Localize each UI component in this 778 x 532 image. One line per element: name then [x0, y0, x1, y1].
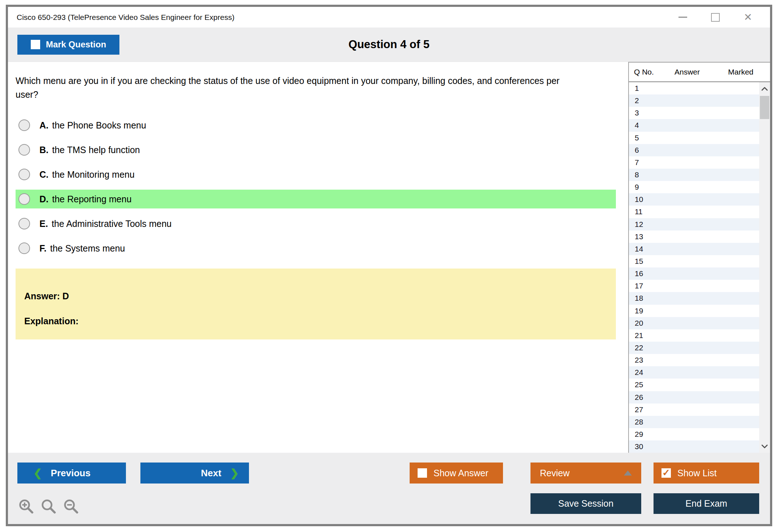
question-list-row[interactable]: 3 — [629, 107, 759, 119]
show-answer-checkbox-icon[interactable] — [418, 468, 427, 478]
question-number: 28 — [635, 418, 643, 426]
question-list-row[interactable]: 11 — [629, 206, 759, 218]
option-letter: A. — [39, 120, 48, 131]
save-session-button[interactable]: Save Session — [530, 493, 641, 514]
question-list-row[interactable]: 12 — [629, 218, 759, 231]
question-number: 2 — [635, 96, 639, 105]
question-list-row[interactable]: 14 — [629, 243, 759, 255]
end-exam-button[interactable]: End Exam — [654, 493, 759, 514]
question-list-row[interactable]: 19 — [629, 305, 759, 317]
answer-option-d[interactable]: D.the Reporting menu — [16, 190, 616, 208]
radio-button-icon[interactable] — [18, 242, 30, 254]
mark-question-button[interactable]: Mark Question — [17, 35, 119, 55]
end-exam-label: End Exam — [685, 498, 727, 509]
zoom-in-icon[interactable] — [18, 498, 35, 515]
close-button[interactable]: ✕ — [743, 12, 753, 23]
question-list-row[interactable]: 10 — [629, 193, 759, 206]
question-number: 24 — [635, 368, 643, 377]
question-list-row[interactable]: 18 — [629, 292, 759, 304]
question-list-row[interactable]: 21 — [629, 329, 759, 342]
answer-option-c[interactable]: C.the Monitoring menu — [16, 165, 616, 184]
question-counter: Question 4 of 5 — [8, 38, 770, 51]
question-list-row[interactable]: 27 — [629, 404, 759, 416]
answer-option-b[interactable]: B.the TMS help function — [16, 140, 616, 159]
question-list-row[interactable]: 2 — [629, 94, 759, 107]
maximize-icon — [711, 13, 720, 22]
question-list-row[interactable]: 29 — [629, 428, 759, 440]
option-text: the Systems menu — [50, 243, 125, 254]
show-answer-button[interactable]: Show Answer — [410, 463, 503, 484]
answer-label: Answer: D — [24, 291, 616, 301]
question-list-row[interactable]: 28 — [629, 416, 759, 428]
question-list-body: 1234567891011121314151617181920212223242… — [629, 82, 770, 453]
question-list-row[interactable]: 16 — [629, 267, 759, 280]
maximize-button[interactable] — [710, 12, 721, 23]
question-list-row[interactable]: 4 — [629, 119, 759, 131]
minimize-button[interactable] — [677, 12, 688, 23]
show-list-button[interactable]: ✓ Show List — [654, 463, 759, 484]
title-bar: Cisco 650-293 (TelePresence Video Sales … — [8, 7, 770, 28]
question-list-row[interactable]: 20 — [629, 317, 759, 329]
question-number: 16 — [635, 269, 643, 278]
question-list-row[interactable]: 1 — [629, 82, 759, 94]
next-button[interactable]: Next ❯ — [140, 463, 249, 484]
radio-button-icon[interactable] — [18, 144, 30, 156]
question-number: 19 — [635, 307, 643, 315]
previous-button[interactable]: ❮ Previous — [17, 463, 126, 484]
question-list-row[interactable]: 9 — [629, 181, 759, 193]
column-header-qno: Q No. — [634, 68, 675, 76]
question-number: 10 — [635, 195, 643, 204]
question-list-row[interactable]: 22 — [629, 342, 759, 354]
show-list-checkbox-icon[interactable]: ✓ — [661, 468, 671, 478]
radio-button-icon[interactable] — [18, 169, 30, 180]
radio-button-icon[interactable] — [18, 119, 30, 131]
chevron-left-icon: ❮ — [33, 468, 42, 478]
question-list-row[interactable]: 6 — [629, 144, 759, 156]
question-number: 11 — [635, 207, 643, 216]
question-number: 29 — [635, 430, 643, 439]
question-list-row[interactable]: 8 — [629, 169, 759, 181]
explanation-label: Explanation: — [24, 316, 616, 326]
question-number: 6 — [635, 146, 639, 155]
question-list-row[interactable]: 7 — [629, 156, 759, 169]
question-list-row[interactable]: 24 — [629, 366, 759, 379]
question-list-row[interactable]: 5 — [629, 132, 759, 144]
question-list-row[interactable]: 30 — [629, 440, 759, 453]
question-list-row[interactable]: 26 — [629, 391, 759, 404]
answer-option-f[interactable]: F.the Systems menu — [16, 239, 616, 258]
question-panel: Which menu are you in if you are checkin… — [8, 62, 628, 453]
main-area: Which menu are you in if you are checkin… — [8, 62, 770, 453]
option-letter: C. — [39, 169, 48, 180]
question-list-row[interactable]: 15 — [629, 255, 759, 267]
zoom-reset-icon[interactable] — [41, 498, 57, 515]
column-header-answer: Answer — [675, 68, 728, 76]
question-list-row[interactable]: 13 — [629, 231, 759, 243]
minimize-icon — [678, 17, 687, 18]
answer-option-e[interactable]: E.the Administrative Tools menu — [16, 214, 616, 233]
question-number: 4 — [635, 121, 639, 130]
question-list-row[interactable]: 25 — [629, 379, 759, 391]
mark-question-checkbox-icon[interactable] — [31, 40, 40, 49]
option-letter: B. — [39, 145, 48, 155]
question-list-row[interactable]: 23 — [629, 354, 759, 366]
window-controls: ✕ — [677, 12, 753, 23]
question-list-scrollbar[interactable] — [759, 82, 770, 453]
question-number: 25 — [635, 380, 643, 389]
show-answer-label: Show Answer — [434, 468, 488, 478]
scrollbar-thumb[interactable] — [760, 96, 769, 119]
zoom-out-icon[interactable] — [63, 498, 80, 515]
scrollbar-down-icon[interactable] — [759, 440, 770, 452]
answer-option-a[interactable]: A.the Phone Books menu — [16, 116, 616, 135]
review-label: Review — [540, 468, 570, 478]
radio-button-icon[interactable] — [18, 218, 30, 229]
question-number: 26 — [635, 393, 643, 402]
review-button[interactable]: Review — [530, 463, 641, 484]
question-number: 23 — [635, 356, 643, 364]
scrollbar-up-icon[interactable] — [759, 83, 770, 94]
radio-button-icon[interactable] — [18, 193, 30, 205]
question-list-row[interactable]: 17 — [629, 280, 759, 292]
question-number: 7 — [635, 158, 639, 167]
chevron-right-icon: ❯ — [230, 468, 239, 478]
close-icon: ✕ — [744, 12, 752, 22]
option-letter: D. — [39, 194, 48, 204]
